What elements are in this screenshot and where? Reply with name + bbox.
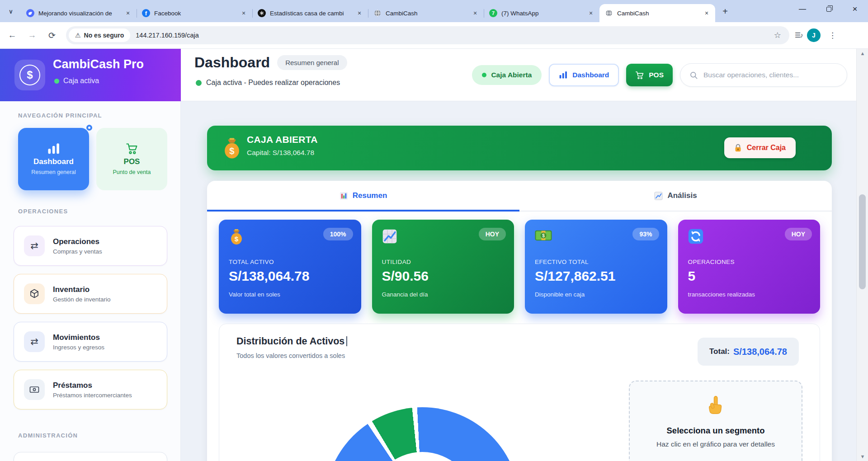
svg-text:$: $: [235, 235, 239, 243]
bar-chart-icon: [47, 143, 61, 155]
search-box[interactable]: [680, 63, 847, 87]
browser-tabstrip: ∨ Mejorando visualización de × f Faceboo…: [0, 0, 868, 22]
stat-badge: HOY: [785, 228, 812, 240]
cerrar-caja-button[interactable]: Cerrar Caja: [724, 137, 796, 158]
bookmark-star-icon[interactable]: ☆: [769, 30, 786, 40]
browser-tab-estadisticas[interactable]: Estadísticas casa de cambi ×: [252, 4, 368, 22]
close-icon[interactable]: ×: [587, 9, 595, 17]
pos-button[interactable]: POS: [626, 64, 673, 86]
tab-search-chevron-icon[interactable]: ∨: [5, 5, 17, 18]
search-input[interactable]: [703, 71, 838, 79]
sidebar-item-movimientos[interactable]: ⇄ Movimientos Ingresos y egresos: [14, 322, 167, 362]
tab-analisis[interactable]: Análisis: [519, 181, 832, 211]
stat-cards-row: $ 100% TOTAL ACTIVO S/138,064.78 Valor t…: [207, 212, 832, 314]
scrollbar-thumb[interactable]: [859, 194, 866, 289]
status-dot-icon: [54, 79, 59, 84]
window-minimize-button[interactable]: —: [789, 0, 816, 18]
deepseek-whale-icon: [26, 9, 34, 17]
cart-icon: [126, 143, 138, 155]
close-icon[interactable]: ×: [355, 9, 363, 17]
window-close-button[interactable]: ×: [842, 0, 868, 18]
back-icon[interactable]: ←: [5, 28, 20, 43]
url-text: 144.217.160.159/caja: [136, 32, 199, 39]
stat-card-operaciones[interactable]: HOY OPERACIONES 5 transacciones realizad…: [678, 220, 821, 314]
sidebar-item-label: Movimientos: [53, 333, 104, 342]
sidebar-item-historial[interactable]: Historial: [14, 452, 167, 461]
caja-abierta-banner: $ CAJA ABIERTA Capital: S/138,064.78 Cer…: [207, 126, 832, 170]
stat-label: EFECTIVO TOTAL: [535, 259, 589, 265]
tab-title: CambiCash: [617, 10, 698, 17]
scroll-down-icon[interactable]: ▼: [857, 454, 868, 459]
dashboard-content: $ CAJA ABIERTA Capital: S/138,064.78 Cer…: [181, 101, 868, 461]
window-restore-button[interactable]: [816, 0, 842, 18]
distribution-title: Distribución de Activos: [236, 336, 347, 347]
stat-value: S/90.56: [382, 268, 429, 284]
svg-text:$: $: [229, 146, 234, 156]
sidebar-item-prestamos[interactable]: Préstamos Préstamos intercomerciantes: [14, 370, 167, 409]
cube-icon: [24, 283, 45, 304]
page-status-line: Caja activa - Puedes realizar operacione…: [196, 79, 340, 87]
status-dot-icon: [196, 80, 202, 86]
cart-icon: [635, 71, 644, 80]
stat-badge: 93%: [632, 228, 659, 240]
page-scrollbar[interactable]: ▲ ▼: [856, 49, 868, 461]
media-controls-icon[interactable]: ☰♪: [795, 31, 802, 39]
browser-toolbar: ← → ⟳ ⚠ No es seguro 144.217.160.159/caj…: [0, 22, 868, 49]
address-bar[interactable]: ⚠ No es seguro 144.217.160.159/caja ☆: [66, 26, 789, 44]
banner-title: CAJA ABIERTA: [247, 134, 318, 145]
close-icon[interactable]: ×: [124, 9, 132, 17]
close-icon[interactable]: ×: [471, 9, 479, 17]
caja-abierta-pill: Caja Abierta: [472, 65, 542, 85]
chart-up-icon: [382, 229, 397, 244]
hint-subtitle: Haz clic en el gráfico para ver detalles: [630, 440, 802, 448]
text-caret: [346, 336, 347, 346]
donut-hole: [369, 452, 475, 461]
lock-icon: [734, 144, 742, 152]
active-tab-underline: [207, 210, 519, 212]
stat-value: S/138,064.78: [229, 268, 310, 284]
profile-avatar[interactable]: J: [807, 28, 821, 42]
banknote-icon: [24, 379, 45, 400]
donut-chart[interactable]: [325, 407, 520, 461]
security-chip[interactable]: ⚠ No es seguro: [69, 28, 130, 42]
tab-resumen[interactable]: Resumen: [207, 181, 519, 211]
sidebar-item-sub: Compras y ventas: [53, 248, 102, 255]
tab-title: CambiCash: [386, 10, 467, 17]
total-label: Total:: [709, 347, 730, 356]
hint-title: Selecciona un segmento: [630, 426, 802, 436]
browser-tab-facebook[interactable]: f Facebook ×: [137, 4, 252, 22]
distribution-card: Distribución de Activos Todos los valore…: [219, 324, 820, 461]
close-icon[interactable]: ×: [703, 9, 711, 17]
browser-menu-icon[interactable]: ⋮: [825, 31, 840, 40]
browser-tab-cambicash-1[interactable]: CambiCash ×: [368, 4, 484, 22]
facebook-icon: f: [142, 9, 150, 17]
stat-card-total-activo[interactable]: $ 100% TOTAL ACTIVO S/138,064.78 Valor t…: [219, 220, 361, 314]
money-bag-icon: $: [229, 229, 244, 245]
browser-tab-cambicash-active[interactable]: CambiCash ×: [599, 4, 715, 22]
sidebar-item-label: Operaciones: [53, 237, 102, 246]
sidebar-item-inventario[interactable]: Inventario Gestión de inventario: [14, 274, 167, 314]
distribution-subtitle: Todos los valores convertidos a soles: [236, 352, 345, 359]
brand-header: $ CambiCash Pro Caja activa: [0, 49, 181, 101]
swap-arrows-icon: ⇄: [24, 331, 45, 352]
stat-card-efectivo-total[interactable]: $ 93% EFECTIVO TOTAL S/127,862.51 Dispon…: [525, 220, 667, 314]
brand-status: Caja activa: [54, 77, 99, 85]
sidebar-item-pos[interactable]: POS Punto de venta: [96, 128, 167, 190]
close-icon[interactable]: ×: [240, 9, 248, 17]
stat-card-utilidad[interactable]: HOY UTILIDAD S/90.56 Ganancia del día: [372, 220, 514, 314]
browser-tab-deepseek[interactable]: Mejorando visualización de ×: [21, 4, 137, 22]
sidebar-item-sub: Ingresos y egresos: [53, 344, 104, 351]
banner-subtitle: Capital: S/138,064.78: [247, 149, 314, 157]
reload-icon[interactable]: ⟳: [44, 28, 60, 43]
segment-hint-panel: Selecciona un segmento Haz clic en el gr…: [629, 381, 802, 461]
dashboard-button[interactable]: Dashboard: [549, 64, 619, 86]
browser-tab-whatsapp[interactable]: 7 (7) WhatsApp ×: [484, 4, 599, 22]
sidebar-item-dashboard[interactable]: Dashboard Resumen general: [18, 128, 89, 190]
sidebar: $ CambiCash Pro Caja activa NAVEGACIÓN P…: [0, 49, 181, 461]
sidebar-item-operaciones[interactable]: ⇄ Operaciones Compras y ventas: [14, 226, 167, 266]
forward-icon[interactable]: →: [24, 28, 40, 43]
total-pill: Total: S/138,064.78: [698, 338, 799, 366]
scroll-up-icon[interactable]: ▲: [857, 51, 868, 56]
stat-sub: Disponible en caja: [535, 291, 585, 298]
new-tab-button[interactable]: +: [719, 5, 731, 18]
